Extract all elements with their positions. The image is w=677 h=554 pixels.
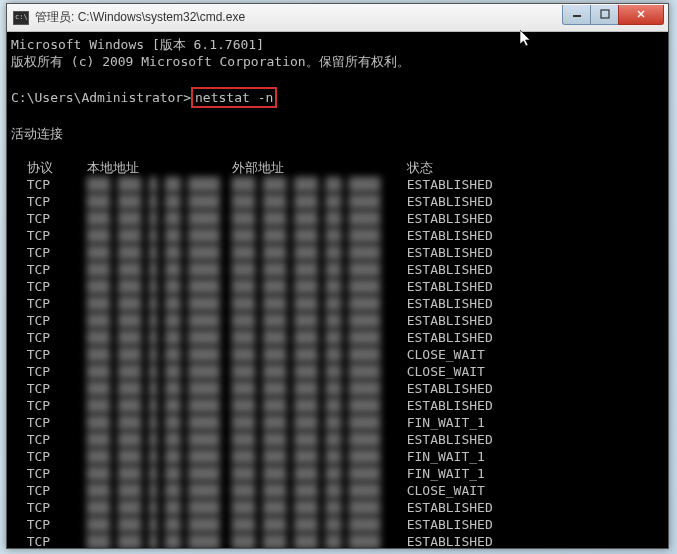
cmd-icon xyxy=(13,11,29,25)
version-line: Microsoft Windows [版本 6.1.7601] xyxy=(11,37,264,52)
row-proto: TCP xyxy=(27,397,87,414)
row-state: ESTABLISHED xyxy=(407,176,493,193)
command-highlight: netstat -n xyxy=(191,87,277,108)
row-local-blurred: ███.███.█.██:████ xyxy=(87,176,232,193)
row-foreign-blurred: ███.███.███.██:████ xyxy=(232,176,407,193)
row-state: ESTABLISHED xyxy=(407,227,493,244)
col-header-proto: 协议 xyxy=(27,159,87,176)
row-local-blurred: ███.███.█.██:████ xyxy=(87,533,232,548)
row-proto: TCP xyxy=(27,533,87,548)
minimize-button[interactable] xyxy=(562,5,590,25)
row-proto: TCP xyxy=(27,363,87,380)
row-foreign-blurred: ███.███.███.██:████ xyxy=(232,465,407,482)
row-proto: TCP xyxy=(27,499,87,516)
row-state: ESTABLISHED xyxy=(407,193,493,210)
console-output[interactable]: Microsoft Windows [版本 6.1.7601] 版权所有 (c)… xyxy=(7,32,668,548)
row-state: FIN_WAIT_1 xyxy=(407,414,485,431)
row-foreign-blurred: ███.███.███.██:████ xyxy=(232,295,407,312)
row-state: ESTABLISHED xyxy=(407,516,493,533)
row-state: ESTABLISHED xyxy=(407,533,493,548)
row-local-blurred: ███.███.█.██:████ xyxy=(87,516,232,533)
row-proto: TCP xyxy=(27,227,87,244)
row-foreign-blurred: ███.███.███.██:████ xyxy=(232,261,407,278)
row-state: ESTABLISHED xyxy=(407,278,493,295)
row-proto: TCP xyxy=(27,414,87,431)
row-foreign-blurred: ███.███.███.██:████ xyxy=(232,533,407,548)
row-local-blurred: ███.███.█.██:████ xyxy=(87,465,232,482)
row-local-blurred: ███.███.█.██:████ xyxy=(87,312,232,329)
row-proto: TCP xyxy=(27,261,87,278)
row-proto: TCP xyxy=(27,295,87,312)
row-foreign-blurred: ███.███.███.██:████ xyxy=(232,193,407,210)
row-foreign-blurred: ███.███.███.██:████ xyxy=(232,312,407,329)
row-proto: TCP xyxy=(27,448,87,465)
row-local-blurred: ███.███.█.██:████ xyxy=(87,414,232,431)
row-local-blurred: ███.███.█.██:████ xyxy=(87,210,232,227)
row-state: ESTABLISHED xyxy=(407,210,493,227)
row-state: ESTABLISHED xyxy=(407,329,493,346)
row-foreign-blurred: ███.███.███.██:████ xyxy=(232,244,407,261)
row-local-blurred: ███.███.█.██:████ xyxy=(87,227,232,244)
row-state: CLOSE_WAIT xyxy=(407,346,485,363)
row-foreign-blurred: ███.███.███.██:████ xyxy=(232,397,407,414)
row-proto: TCP xyxy=(27,193,87,210)
row-local-blurred: ███.███.█.██:████ xyxy=(87,346,232,363)
row-state: ESTABLISHED xyxy=(407,431,493,448)
row-local-blurred: ███.███.█.██:████ xyxy=(87,363,232,380)
minimize-icon xyxy=(572,9,582,19)
row-proto: TCP xyxy=(27,278,87,295)
row-foreign-blurred: ███.███.███.██:████ xyxy=(232,363,407,380)
svg-rect-1 xyxy=(601,10,609,18)
row-foreign-blurred: ███.███.███.██:████ xyxy=(232,431,407,448)
row-foreign-blurred: ███.███.███.██:████ xyxy=(232,516,407,533)
command-text: netstat -n xyxy=(195,90,273,105)
row-local-blurred: ███.███.█.██:████ xyxy=(87,295,232,312)
row-state: CLOSE_WAIT xyxy=(407,482,485,499)
row-proto: TCP xyxy=(27,244,87,261)
maximize-icon xyxy=(600,9,610,19)
row-local-blurred: ███.███.█.██:████ xyxy=(87,380,232,397)
close-button[interactable] xyxy=(618,5,664,25)
col-header-local: 本地地址 xyxy=(87,159,232,176)
row-state: ESTABLISHED xyxy=(407,312,493,329)
row-proto: TCP xyxy=(27,465,87,482)
row-state: ESTABLISHED xyxy=(407,244,493,261)
row-local-blurred: ███.███.█.██:████ xyxy=(87,329,232,346)
col-header-state: 状态 xyxy=(407,159,433,176)
copyright-line: 版权所有 (c) 2009 Microsoft Corporation。保留所有… xyxy=(11,54,410,69)
titlebar[interactable]: 管理员: C:\Windows\system32\cmd.exe xyxy=(7,4,668,32)
row-local-blurred: ███.███.█.██:████ xyxy=(87,431,232,448)
row-proto: TCP xyxy=(27,210,87,227)
section-title: 活动连接 xyxy=(11,126,63,141)
row-proto: TCP xyxy=(27,516,87,533)
row-local-blurred: ███.███.█.██:████ xyxy=(87,278,232,295)
row-foreign-blurred: ███.███.███.██:████ xyxy=(232,414,407,431)
window-controls xyxy=(562,5,664,25)
row-state: FIN_WAIT_1 xyxy=(407,465,485,482)
col-header-foreign: 外部地址 xyxy=(232,159,407,176)
row-local-blurred: ███.███.█.██:████ xyxy=(87,499,232,516)
row-local-blurred: ███.███.█.██:████ xyxy=(87,193,232,210)
row-local-blurred: ███.███.█.██:████ xyxy=(87,448,232,465)
row-proto: TCP xyxy=(27,312,87,329)
connection-rows: TCP███.███.█.██:███████.███.███.██:████E… xyxy=(11,176,664,548)
row-proto: TCP xyxy=(27,380,87,397)
svg-rect-0 xyxy=(573,15,581,17)
window-title: 管理员: C:\Windows\system32\cmd.exe xyxy=(35,9,562,26)
row-foreign-blurred: ███.███.███.██:████ xyxy=(232,346,407,363)
row-foreign-blurred: ███.███.███.██:████ xyxy=(232,278,407,295)
row-foreign-blurred: ███.███.███.██:████ xyxy=(232,482,407,499)
row-foreign-blurred: ███.███.███.██:████ xyxy=(232,210,407,227)
row-state: ESTABLISHED xyxy=(407,397,493,414)
maximize-button[interactable] xyxy=(590,5,618,25)
row-foreign-blurred: ███.███.███.██:████ xyxy=(232,448,407,465)
row-state: ESTABLISHED xyxy=(407,380,493,397)
row-state: ESTABLISHED xyxy=(407,261,493,278)
row-local-blurred: ███.███.█.██:████ xyxy=(87,397,232,414)
close-icon xyxy=(636,9,646,19)
cmd-window: 管理员: C:\Windows\system32\cmd.exe Microso… xyxy=(6,3,669,549)
row-state: CLOSE_WAIT xyxy=(407,363,485,380)
row-state: ESTABLISHED xyxy=(407,295,493,312)
row-proto: TCP xyxy=(27,482,87,499)
row-proto: TCP xyxy=(27,176,87,193)
